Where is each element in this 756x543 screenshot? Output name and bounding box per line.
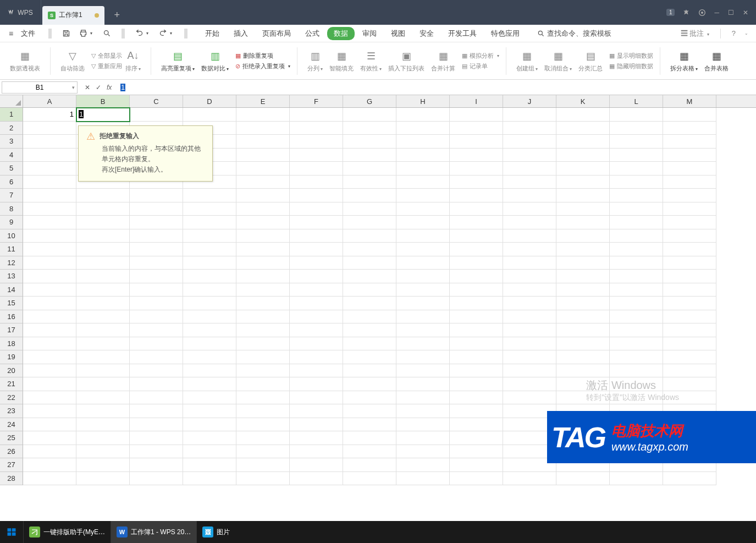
row-header-14[interactable]: 14: [0, 283, 23, 297]
cell-M5[interactable]: [663, 162, 716, 175]
cell-A21[interactable]: [23, 377, 76, 391]
file-menu[interactable]: 文件: [18, 26, 38, 41]
cell-F25[interactable]: [290, 431, 343, 445]
help-button[interactable]: ?: [732, 29, 736, 37]
save-icon[interactable]: [60, 28, 72, 39]
cell-A22[interactable]: [23, 391, 76, 405]
notification-badge[interactable]: 1: [666, 9, 675, 16]
select-all-corner[interactable]: [0, 95, 23, 107]
cell-F23[interactable]: [290, 404, 343, 418]
comments-button[interactable]: ☰ 批注 ▾: [681, 29, 709, 39]
cell-M3[interactable]: [663, 135, 716, 149]
taskbar-item-wps[interactable]: W 工作簿1 - WPS 20…: [111, 521, 196, 543]
cell-G21[interactable]: [343, 377, 396, 391]
cell-H15[interactable]: [396, 297, 450, 310]
cell-L10[interactable]: [610, 229, 663, 243]
cell-A27[interactable]: [23, 458, 76, 472]
cell-D20[interactable]: [183, 364, 236, 378]
cell-M28[interactable]: [663, 472, 716, 486]
cell-L1[interactable]: [610, 108, 663, 122]
row-header-1[interactable]: 1: [0, 108, 23, 122]
merge-table-button[interactable]: ▦合并表格: [701, 47, 732, 75]
cell-J19[interactable]: [503, 350, 556, 364]
cell-A28[interactable]: [23, 472, 76, 486]
cell-K14[interactable]: [556, 283, 610, 297]
cell-G22[interactable]: [343, 391, 396, 405]
cell-E19[interactable]: [236, 350, 290, 364]
row-header-2[interactable]: 2: [0, 122, 23, 135]
cell-F2[interactable]: [290, 122, 343, 135]
cell-H17[interactable]: [396, 323, 450, 337]
tab-视图[interactable]: 视图: [384, 25, 412, 42]
collapse-ribbon-button[interactable]: ⌄: [744, 31, 748, 36]
cell-G24[interactable]: [343, 418, 396, 432]
cell-G23[interactable]: [343, 404, 396, 418]
row-header-3[interactable]: 3: [0, 135, 23, 149]
cell-E8[interactable]: [236, 202, 290, 216]
cell-I19[interactable]: [450, 350, 503, 364]
cell-F13[interactable]: [290, 270, 343, 283]
cell-I5[interactable]: [450, 162, 503, 175]
cell-G3[interactable]: [343, 135, 396, 149]
cell-B25[interactable]: [76, 431, 130, 445]
column-header-C[interactable]: C: [130, 95, 183, 107]
cell-E17[interactable]: [236, 323, 290, 337]
insert-dropdown-button[interactable]: ▣插入下拉列表: [385, 47, 428, 75]
cell-A1[interactable]: 1: [23, 108, 76, 122]
cell-F24[interactable]: [290, 418, 343, 432]
cell-J14[interactable]: [503, 283, 556, 297]
tab-页面布局[interactable]: 页面布局: [256, 25, 297, 42]
tab-开发工具[interactable]: 开发工具: [442, 25, 483, 42]
cell-K19[interactable]: [556, 350, 610, 364]
cell-E9[interactable]: [236, 216, 290, 229]
cell-B21[interactable]: [76, 377, 130, 391]
cell-A15[interactable]: [23, 297, 76, 310]
cell-K20[interactable]: [556, 364, 610, 378]
pivot-table-button[interactable]: ▦数据透视表: [7, 47, 43, 75]
validation-button[interactable]: ☰有效性▾: [357, 47, 385, 75]
group-create-button[interactable]: ▦创建组▾: [513, 47, 541, 75]
taskbar-item-myedit[interactable]: 刁 一键排版助手(MyE…: [23, 521, 111, 543]
cell-J4[interactable]: [503, 149, 556, 162]
cell-L17[interactable]: [610, 323, 663, 337]
menu-button[interactable]: ≡: [5, 27, 16, 40]
cell-G6[interactable]: [343, 175, 396, 189]
cell-I2[interactable]: [450, 122, 503, 135]
cell-G18[interactable]: [343, 337, 396, 351]
cell-K12[interactable]: [556, 256, 610, 270]
row-header-12[interactable]: 12: [0, 256, 23, 270]
column-header-K[interactable]: K: [556, 95, 610, 107]
cell-K5[interactable]: [556, 162, 610, 175]
cell-L11[interactable]: [610, 243, 663, 256]
show-all-button[interactable]: ▽全部显示: [91, 52, 122, 60]
cell-H8[interactable]: [396, 202, 450, 216]
cell-D18[interactable]: [183, 337, 236, 351]
cell-D27[interactable]: [183, 458, 236, 472]
cell-A19[interactable]: [23, 350, 76, 364]
cell-E25[interactable]: [236, 431, 290, 445]
cell-D24[interactable]: [183, 418, 236, 432]
row-header-8[interactable]: 8: [0, 202, 23, 216]
column-header-I[interactable]: I: [450, 95, 503, 107]
cell-G11[interactable]: [343, 243, 396, 256]
cell-C22[interactable]: [130, 391, 183, 405]
text-to-columns-button[interactable]: ▥分列▾: [304, 47, 326, 75]
cell-I1[interactable]: [450, 108, 503, 122]
cell-I27[interactable]: [450, 458, 503, 472]
cell-M16[interactable]: [663, 310, 716, 324]
group-remove-button[interactable]: ▦取消组合▾: [541, 47, 575, 75]
cell-I3[interactable]: [450, 135, 503, 149]
cell-J18[interactable]: [503, 337, 556, 351]
cell-A23[interactable]: [23, 404, 76, 418]
cell-K4[interactable]: [556, 149, 610, 162]
cell-A7[interactable]: [23, 189, 76, 202]
print-preview-icon[interactable]: [101, 28, 113, 39]
cell-C10[interactable]: [130, 229, 183, 243]
data-compare-button[interactable]: ▥数据对比▾: [198, 47, 232, 75]
cell-M1[interactable]: [663, 108, 716, 122]
cell-I15[interactable]: [450, 297, 503, 310]
cell-H7[interactable]: [396, 189, 450, 202]
cell-B26[interactable]: [76, 445, 130, 459]
cell-C18[interactable]: [130, 337, 183, 351]
cell-B22[interactable]: [76, 391, 130, 405]
